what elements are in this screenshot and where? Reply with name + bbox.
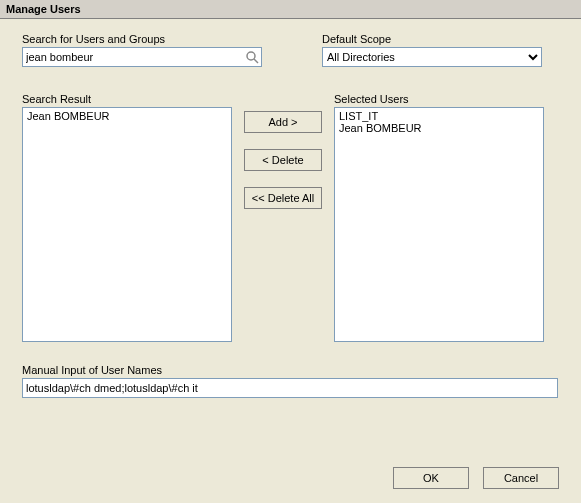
delete-button[interactable]: < Delete <box>244 149 322 171</box>
scope-label: Default Scope <box>322 33 542 45</box>
window-title: Manage Users <box>0 0 581 19</box>
ok-button[interactable]: OK <box>393 467 469 489</box>
search-input[interactable] <box>22 47 262 67</box>
selected-users-list[interactable]: LIST_ITJean BOMBEUR <box>334 107 544 342</box>
cancel-button[interactable]: Cancel <box>483 467 559 489</box>
search-group: Search for Users and Groups <box>22 33 262 67</box>
manual-input-group: Manual Input of User Names <box>22 364 559 398</box>
dialog-footer: OK Cancel <box>393 467 559 489</box>
manual-input-label: Manual Input of User Names <box>22 364 559 376</box>
list-item[interactable]: Jean BOMBEUR <box>338 122 540 134</box>
scope-select[interactable]: All Directories <box>322 47 542 67</box>
search-result-list[interactable]: Jean BOMBEUR <box>22 107 232 342</box>
manual-input[interactable] <box>22 378 558 398</box>
dialog-content: Search for Users and Groups Default Scop… <box>0 19 581 408</box>
search-label: Search for Users and Groups <box>22 33 262 45</box>
list-item[interactable]: Jean BOMBEUR <box>26 110 228 122</box>
selected-users-label: Selected Users <box>334 93 544 105</box>
search-result-label: Search Result <box>22 93 232 105</box>
list-item[interactable]: LIST_IT <box>338 110 540 122</box>
transfer-buttons: Add > < Delete << Delete All <box>244 93 322 342</box>
delete-all-button[interactable]: << Delete All <box>244 187 322 209</box>
search-result-group: Search Result Jean BOMBEUR <box>22 93 232 342</box>
selected-users-group: Selected Users LIST_ITJean BOMBEUR <box>334 93 544 342</box>
add-button[interactable]: Add > <box>244 111 322 133</box>
scope-group: Default Scope All Directories <box>322 33 542 67</box>
